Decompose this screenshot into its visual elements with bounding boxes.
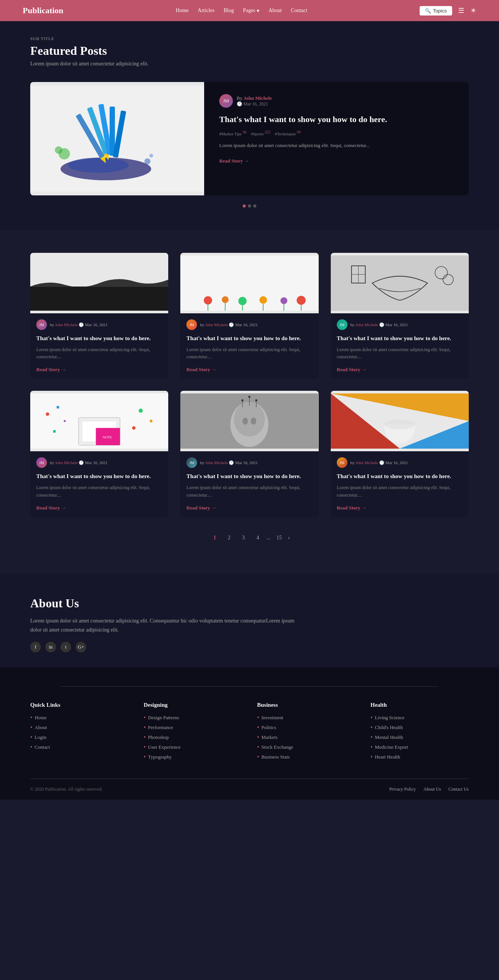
- hamburger-icon[interactable]: ☰: [458, 6, 464, 15]
- article-card-2: JM by John Michele 🕐 Mar 16, 2021 That's…: [180, 253, 318, 379]
- svg-point-41: [150, 420, 152, 423]
- footer-link-living-science[interactable]: Living Science: [375, 715, 405, 721]
- article-2-read-story[interactable]: Read Story: [187, 367, 216, 372]
- article-4-author-link[interactable]: John Michele: [55, 460, 78, 465]
- footer-link-typography[interactable]: Typography: [148, 754, 172, 760]
- featured-card: JM By John Michele 🕐 Mar 16, 2021 That's…: [30, 82, 469, 196]
- featured-tags: #Market Tips 36 #Sports 225 #Techniques …: [219, 130, 454, 136]
- carousel-dot-2[interactable]: [248, 204, 251, 207]
- footer-link-business-stats[interactable]: Business Stats: [261, 754, 290, 760]
- svg-point-21: [281, 297, 287, 304]
- sun-icon[interactable]: ☀: [470, 6, 476, 15]
- articles-section: JM by John Michele 🕐 Mar 16, 2021 That's…: [0, 230, 499, 574]
- next-page-arrow[interactable]: ›: [288, 535, 290, 541]
- page-15[interactable]: 15: [274, 532, 285, 544]
- nav-contact[interactable]: Contact: [291, 8, 307, 14]
- carousel-dot-1[interactable]: [243, 204, 246, 207]
- article-2-desc: Lorem ipsum dolor sit amet consectetur a…: [187, 346, 312, 361]
- twitter-icon[interactable]: t: [61, 642, 71, 652]
- article-6-desc: Lorem ipsum dolor sit amet consectetur a…: [337, 484, 463, 498]
- nav-actions: 🔍 Topics ☰ ☀: [419, 6, 476, 16]
- footer-link-medicine-export[interactable]: Medicine Export: [375, 744, 408, 750]
- footer-col-business: Business Investment Politics Markets Sto…: [257, 702, 356, 764]
- article-3-desc: Lorem ipsum dolor sit amet consectetur a…: [337, 346, 463, 361]
- article-1-read-story[interactable]: Read Story: [36, 367, 66, 372]
- footer-link-investment[interactable]: Investment: [261, 715, 284, 721]
- nav-home[interactable]: Home: [176, 8, 189, 14]
- featured-card-desc: Lorem ipsum dolor sit amet consectetur a…: [219, 142, 454, 150]
- article-1-date: 🕐 Mar 16, 2021: [79, 322, 107, 327]
- footer-about-us[interactable]: About Us: [423, 786, 441, 792]
- footer-divider: [61, 686, 438, 687]
- page-3[interactable]: 3: [238, 532, 249, 544]
- nav-about[interactable]: About: [268, 8, 282, 14]
- footer-bottom-links: Privacy Policy About Us Contact Us: [389, 786, 469, 792]
- footer-link-heart-health[interactable]: Heart Health: [375, 754, 400, 760]
- page-4[interactable]: 4: [252, 532, 263, 544]
- article-4-desc: Lorem ipsum dolor sit amet consectetur a…: [36, 484, 162, 498]
- article-5-title: That's what I want to show you how to do…: [187, 473, 312, 480]
- tag-sports[interactable]: #Sports 225: [251, 130, 270, 136]
- article-5-author-row: JM by John Michele 🕐 Mar 16, 2021: [187, 457, 312, 468]
- article-6-author-link[interactable]: John Michele: [356, 460, 378, 465]
- article-img-2: [180, 253, 318, 313]
- article-3-title: That's what I want to show you how to do…: [337, 334, 463, 342]
- footer-privacy-policy[interactable]: Privacy Policy: [389, 786, 416, 792]
- article-5-author-link[interactable]: John Michele: [205, 460, 228, 465]
- tag-market-tips[interactable]: #Market Tips 36: [219, 130, 247, 136]
- article-1-desc: Lorem ipsum dolor sit amet consectetur a…: [36, 346, 162, 361]
- article-5-read-story[interactable]: Read Story: [187, 505, 216, 511]
- facebook-icon[interactable]: f: [30, 642, 41, 652]
- nav-blog[interactable]: Blog: [223, 8, 234, 14]
- googleplus-icon[interactable]: G+: [76, 642, 86, 652]
- article-4-avatar: JM: [36, 457, 47, 468]
- footer-link-about[interactable]: About: [35, 724, 47, 730]
- footer-col-health: Health Living Science Child's Health Men…: [370, 702, 469, 764]
- footer-link-childs-health[interactable]: Child's Health: [375, 724, 403, 730]
- svg-point-13: [149, 154, 153, 158]
- article-2-author-link[interactable]: John Michele: [205, 322, 228, 327]
- site-logo[interactable]: Publication: [23, 6, 64, 16]
- footer-link-markets[interactable]: Markets: [261, 734, 278, 740]
- footer-copyright: © 2020 Publication. All rights reserved.: [30, 786, 102, 792]
- footer-link-stock-exchange[interactable]: Stock Exchange: [261, 744, 293, 750]
- footer-link-mental-health[interactable]: Mental Health: [375, 734, 403, 740]
- nav-articles[interactable]: Articles: [198, 8, 214, 14]
- svg-point-20: [259, 296, 267, 304]
- carousel-dots: [30, 204, 469, 207]
- article-card-4: NOTE JM by John Michele 🕐 Mar 16, 2021 T…: [30, 391, 168, 517]
- footer-link-home[interactable]: Home: [35, 715, 47, 721]
- footer-link-photoshop[interactable]: Photoshop: [148, 734, 169, 740]
- carousel-dot-3[interactable]: [253, 204, 256, 207]
- svg-text:NOTE: NOTE: [103, 435, 112, 439]
- footer-link-performance[interactable]: Performance: [148, 724, 173, 730]
- footer-link-user-experience[interactable]: User Experience: [148, 744, 181, 750]
- nav-pages[interactable]: Pages ▾: [243, 8, 260, 14]
- linkedin-icon[interactable]: in: [45, 642, 56, 652]
- topics-button[interactable]: 🔍 Topics: [419, 6, 452, 16]
- article-3-date: 🕐 Mar 16, 2021: [379, 322, 408, 327]
- hero-title: Featured Posts: [30, 44, 469, 58]
- tag-techniques[interactable]: #Techniques 09: [275, 130, 301, 136]
- page-1[interactable]: 1: [209, 532, 220, 544]
- footer-link-politics[interactable]: Politics: [261, 724, 276, 730]
- footer-link-design-patterns[interactable]: Design Patterns: [148, 715, 179, 721]
- footer-col-quick-links-heading: Quick Links: [30, 702, 129, 708]
- featured-read-story[interactable]: Read Story: [219, 158, 249, 164]
- article-3-author-link[interactable]: John Michele: [356, 322, 378, 327]
- article-2-date: 🕐 Mar 16, 2021: [229, 322, 257, 327]
- article-4-read-story[interactable]: Read Story: [36, 505, 66, 511]
- articles-grid: JM by John Michele 🕐 Mar 16, 2021 That's…: [30, 253, 469, 517]
- footer-link-contact[interactable]: Contact: [35, 744, 50, 750]
- featured-author-link[interactable]: John Michele: [244, 95, 272, 101]
- article-2-author-row: JM by John Michele 🕐 Mar 16, 2021: [187, 319, 312, 330]
- footer-col-designing-heading: Designing: [143, 702, 242, 708]
- article-3-read-story[interactable]: Read Story: [337, 367, 367, 372]
- svg-point-38: [46, 413, 49, 416]
- footer-contact-us[interactable]: Contact Us: [448, 786, 469, 792]
- article-1-author-link[interactable]: John Michele: [55, 322, 78, 327]
- svg-point-2: [68, 158, 129, 173]
- footer-link-login[interactable]: Login: [35, 734, 46, 740]
- page-2[interactable]: 2: [223, 532, 235, 544]
- article-6-read-story[interactable]: Read Story: [337, 505, 367, 511]
